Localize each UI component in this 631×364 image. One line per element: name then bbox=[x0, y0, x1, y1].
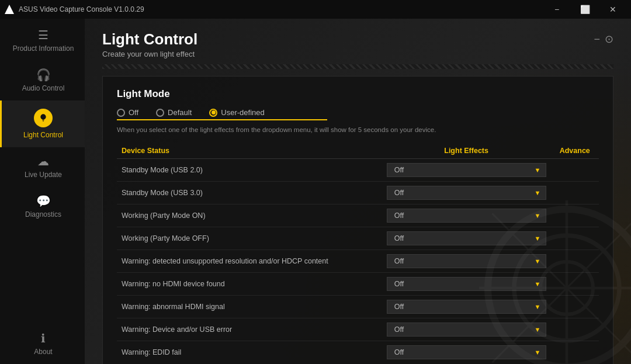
light-effect-cell: Off▼ bbox=[382, 227, 551, 250]
radio-user-defined-circle bbox=[209, 109, 217, 117]
expand-icon[interactable]: ⊙ bbox=[605, 33, 613, 46]
radio-user-defined[interactable]: User-defined bbox=[209, 108, 264, 117]
close-button[interactable]: ✕ bbox=[599, 0, 626, 19]
table-row: Standby Mode (USB 3.0)Off▼ bbox=[117, 182, 599, 204]
main-content: Light Control Create your own light effe… bbox=[85, 19, 631, 364]
sidebar-item-label: Diagnostics bbox=[25, 210, 61, 219]
advance-cell bbox=[551, 273, 599, 296]
device-status-cell: Standby Mode (USB 3.0) bbox=[117, 182, 382, 204]
sidebar-item-light-control[interactable]: Light Control bbox=[0, 100, 85, 147]
header-text: Light Control Create your own light effe… bbox=[102, 30, 197, 58]
sidebar-item-diagnostics[interactable]: 💬 Diagnostics bbox=[0, 187, 85, 227]
advance-cell bbox=[551, 341, 599, 364]
device-status-cell: Working (Party Mode ON) bbox=[117, 204, 382, 227]
light-icon bbox=[34, 109, 53, 127]
radio-default-circle bbox=[156, 109, 164, 117]
radio-default[interactable]: Default bbox=[156, 108, 192, 117]
sidebar: ☰ Product Information 🎧 Audio Control Li… bbox=[0, 19, 85, 364]
header-icons: − ⊙ bbox=[594, 30, 613, 46]
advance-cell bbox=[551, 204, 599, 227]
light-effect-cell: Off▼ bbox=[382, 318, 551, 341]
light-effect-dropdown[interactable]: Off▼ bbox=[387, 277, 546, 291]
advance-cell bbox=[551, 296, 599, 318]
table-row: Warning: Device and/or USB errorOff▼ bbox=[117, 318, 599, 341]
dropdown-value: Off bbox=[394, 234, 404, 242]
sidebar-bottom: ℹ About bbox=[0, 324, 85, 364]
radio-off-circle bbox=[117, 109, 125, 117]
device-status-cell: Warning: detected unsupported resolution… bbox=[117, 250, 382, 273]
dropdown-arrow-icon: ▼ bbox=[535, 303, 541, 310]
col-light-effects: Light Effects bbox=[382, 143, 551, 159]
table-row: Working (Party Mode OFF)Off▼ bbox=[117, 227, 599, 250]
hint-text: When you select one of the light effects… bbox=[117, 125, 587, 135]
panel-title: Light Mode bbox=[117, 88, 599, 100]
dropdown-value: Off bbox=[394, 303, 404, 311]
radio-default-label: Default bbox=[168, 108, 192, 117]
light-effects-table: Device Status Light Effects Advance Stan… bbox=[117, 143, 599, 363]
sidebar-item-live-update[interactable]: ☁ Live Update bbox=[0, 147, 85, 187]
light-mode-radio-row: Off Default User-defined bbox=[117, 108, 599, 117]
light-effect-dropdown[interactable]: Off▼ bbox=[387, 345, 546, 359]
advance-cell bbox=[551, 182, 599, 204]
dropdown-value: Off bbox=[394, 212, 404, 220]
light-effect-cell: Off▼ bbox=[382, 250, 551, 273]
table-row: Warning: EDID failOff▼ bbox=[117, 341, 599, 364]
page-subtitle: Create your own light effect bbox=[102, 50, 197, 58]
light-effect-dropdown[interactable]: Off▼ bbox=[387, 231, 546, 245]
light-effect-dropdown[interactable]: Off▼ bbox=[387, 254, 546, 268]
light-effect-cell: Off▼ bbox=[382, 273, 551, 296]
headphones-icon: 🎧 bbox=[36, 69, 51, 81]
sidebar-item-label: Product Information bbox=[13, 44, 74, 53]
sidebar-item-product-information[interactable]: ☰ Product Information bbox=[0, 21, 85, 61]
table-header-row: Device Status Light Effects Advance bbox=[117, 143, 599, 159]
sidebar-item-label: Audio Control bbox=[22, 84, 65, 92]
sidebar-item-label: Live Update bbox=[25, 171, 62, 179]
sidebar-item-about[interactable]: ℹ About bbox=[0, 324, 85, 364]
light-effect-dropdown[interactable]: Off▼ bbox=[387, 209, 546, 223]
dropdown-arrow-icon: ▼ bbox=[535, 326, 541, 333]
info-icon: ℹ bbox=[41, 332, 46, 344]
table-row: Warning: abnormal HDMI signalOff▼ bbox=[117, 296, 599, 318]
device-status-cell: Standby Mode (USB 2.0) bbox=[117, 159, 382, 182]
header-section: Light Control Create your own light effe… bbox=[85, 19, 631, 64]
device-status-cell: Warning: EDID fail bbox=[117, 341, 382, 364]
radio-user-defined-label: User-defined bbox=[221, 108, 264, 117]
light-effect-dropdown[interactable]: Off▼ bbox=[387, 300, 546, 314]
stripe-divider bbox=[102, 64, 613, 69]
minimize-icon[interactable]: − bbox=[594, 33, 600, 46]
light-effect-dropdown[interactable]: Off▼ bbox=[387, 186, 546, 200]
app-title: ASUS Video Capture Console V1.0.0.29 bbox=[19, 5, 144, 13]
table-row: Standby Mode (USB 2.0)Off▼ bbox=[117, 159, 599, 182]
dropdown-value: Off bbox=[394, 257, 404, 265]
dropdown-value: Off bbox=[394, 189, 404, 197]
chat-icon: 💬 bbox=[36, 195, 51, 207]
light-mode-panel: Light Mode Off Default User-defined When… bbox=[102, 76, 613, 364]
light-effect-cell: Off▼ bbox=[382, 182, 551, 204]
title-bar: ASUS Video Capture Console V1.0.0.29 − ⬜… bbox=[0, 0, 631, 19]
page-title: Light Control bbox=[102, 30, 197, 48]
light-effect-cell: Off▼ bbox=[382, 204, 551, 227]
advance-cell bbox=[551, 250, 599, 273]
device-status-cell: Warning: no HDMI device found bbox=[117, 273, 382, 296]
dropdown-arrow-icon: ▼ bbox=[535, 280, 541, 287]
col-device-status: Device Status bbox=[117, 143, 382, 159]
dropdown-value: Off bbox=[394, 325, 404, 334]
table-row: Warning: detected unsupported resolution… bbox=[117, 250, 599, 273]
dropdown-arrow-icon: ▼ bbox=[535, 258, 541, 265]
light-effect-cell: Off▼ bbox=[382, 341, 551, 364]
light-effect-dropdown[interactable]: Off▼ bbox=[387, 163, 546, 177]
sidebar-item-audio-control[interactable]: 🎧 Audio Control bbox=[0, 61, 85, 100]
light-effect-cell: Off▼ bbox=[382, 159, 551, 182]
dropdown-arrow-icon: ▼ bbox=[535, 349, 541, 356]
radio-off[interactable]: Off bbox=[117, 108, 138, 117]
device-status-cell: Warning: abnormal HDMI signal bbox=[117, 296, 382, 318]
light-effect-dropdown[interactable]: Off▼ bbox=[387, 323, 546, 337]
col-advance: Advance bbox=[551, 143, 599, 159]
radio-off-label: Off bbox=[129, 108, 138, 117]
dropdown-value: Off bbox=[394, 166, 404, 174]
minimize-button[interactable]: − bbox=[543, 0, 570, 19]
dropdown-value: Off bbox=[394, 348, 404, 356]
dropdown-arrow-icon: ▼ bbox=[535, 212, 541, 219]
maximize-button[interactable]: ⬜ bbox=[571, 0, 598, 19]
asus-logo-icon bbox=[5, 5, 14, 14]
